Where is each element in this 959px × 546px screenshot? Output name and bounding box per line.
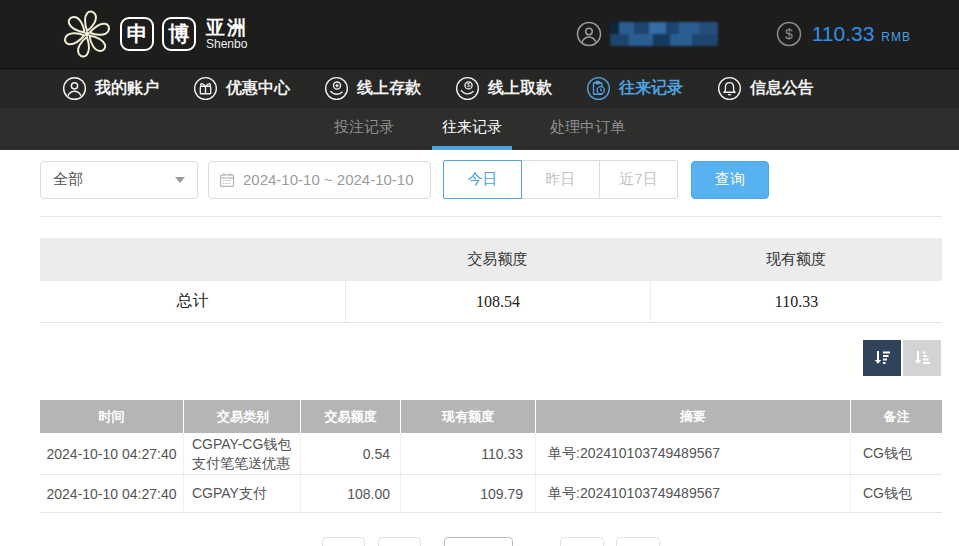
search-button[interactable]: 查询 [691,161,769,199]
records-table: 时间 交易类别 交易额度 现有额度 摘要 备注 2024-10-10 04:27… [40,400,942,513]
type-dropdown-value: 全部 [53,170,83,189]
cell-time: 2024-10-10 04:27:40 [40,433,183,474]
flower-logo-icon [62,6,112,62]
nav-item-announcements[interactable]: 信息公告 [717,76,814,101]
logo-char-shen: 申 [120,17,154,51]
nav-item-my-account[interactable]: 我的账户 [62,76,159,101]
cell-balance: 109.79 [400,475,535,512]
user-circle-icon [62,76,87,101]
summary-transaction-total: 108.54 [345,281,650,322]
cell-type: CGPAY-CG钱包支付笔笔送优惠 [183,433,300,474]
withdraw-hand-coin-icon: $ [455,76,480,101]
cell-type: CGPAY支付 [183,475,300,512]
pagination-current-button[interactable] [444,537,513,546]
cell-note: CG钱包 [850,475,942,512]
col-header-balance: 现有额度 [400,400,535,433]
site-logo[interactable]: 申 博 亚洲 Shenbo [62,6,248,62]
sort-ascending-icon [911,347,933,369]
svg-text:$: $ [785,26,793,42]
nav-label: 优惠中心 [226,78,290,99]
pagination-button[interactable] [560,537,604,546]
pagination-button[interactable] [378,537,421,546]
cell-amount: 108.00 [300,475,400,512]
balance-amount: 110.33 [812,22,875,46]
calendar-icon [219,172,235,188]
nav-label: 线上取款 [488,78,552,99]
nav-label: 我的账户 [95,78,159,99]
cell-amount: 0.54 [300,433,400,474]
blurred-username [610,22,718,46]
pagination-button[interactable] [616,537,660,546]
nav-item-deposit[interactable]: 线上存款 [324,76,421,101]
col-header-note: 备注 [850,400,942,433]
today-button[interactable]: 今日 [443,160,522,199]
summary-header-row: 交易额度 现有额度 [40,238,942,281]
col-header-amount: 交易额度 [300,400,400,433]
record-tabs: 投注记录 往来记录 处理中订单 [0,108,959,150]
date-range-value: 2024-10-10 ~ 2024-10-10 [243,171,414,188]
table-row: 2024-10-10 04:27:40 CGPAY-CG钱包支付笔笔送优惠 0.… [40,433,942,475]
sort-ascending-button[interactable] [903,340,941,376]
logo-text: 亚洲 Shenbo [206,18,248,51]
summary-table: 交易额度 现有额度 总计 108.54 110.33 [40,238,942,323]
balance-currency: RMB [881,30,911,44]
sort-descending-icon [871,347,893,369]
nav-item-transaction-records[interactable]: 往来记录 [586,76,683,101]
clipboard-clock-icon [586,76,611,101]
filter-toolbar: 全部 2024-10-10 ~ 2024-10-10 今日 昨日 近7日 查询 [40,160,959,199]
yesterday-button[interactable]: 昨日 [521,160,600,199]
last-7-days-button[interactable]: 近7日 [599,160,678,199]
type-dropdown[interactable]: 全部 [40,161,198,199]
col-header-summary: 摘要 [535,400,850,433]
svg-text:$: $ [467,82,471,88]
nav-item-withdraw[interactable]: $ 线上取款 [455,76,552,101]
nav-label: 线上存款 [357,78,421,99]
summary-total-row: 总计 108.54 110.33 [40,281,942,323]
col-header-type: 交易类别 [183,400,300,433]
summary-header-transaction: 交易额度 [345,250,650,269]
chevron-down-icon [175,177,185,183]
user-avatar-icon[interactable] [576,21,602,47]
quick-date-group: 今日 昨日 近7日 [443,160,678,199]
summary-balance-total: 110.33 [650,281,942,322]
nav-item-promotions[interactable]: 优惠中心 [193,76,290,101]
records-header-row: 时间 交易类别 交易额度 现有额度 摘要 备注 [40,400,942,433]
nav-label: 信息公告 [750,78,814,99]
cell-note: CG钱包 [850,433,942,474]
nav-label: 往来记录 [619,78,683,99]
logo-char-bo: 博 [162,17,196,51]
tab-bet-records[interactable]: 投注记录 [324,108,404,150]
col-header-time: 时间 [40,400,183,433]
cell-time: 2024-10-10 04:27:40 [40,475,183,512]
cell-balance: 110.33 [400,433,535,474]
logo-region-label: 亚洲 [206,18,248,38]
gift-icon [193,76,218,101]
cell-summary: 单号:202410103749489567 [535,433,850,474]
pagination-button[interactable] [322,537,365,546]
dollar-coin-icon: $ [776,21,802,47]
summary-total-label: 总计 [40,281,345,322]
deposit-hand-coin-icon [324,76,349,101]
main-navigation: 我的账户 优惠中心 线上存款 $ 线上取款 [0,68,959,108]
logo-subtitle: Shenbo [206,38,248,51]
sort-controls [0,340,941,376]
tab-transaction-records[interactable]: 往来记录 [432,108,512,150]
account-balance: 110.33 RMB [812,22,911,46]
cell-summary: 单号:202410103749489567 [535,475,850,512]
sort-descending-button[interactable] [863,340,901,376]
top-header-bar: 申 博 亚洲 Shenbo $ 110.33 RMB [0,0,959,68]
table-row: 2024-10-10 04:27:40 CGPAY支付 108.00 109.7… [40,475,942,513]
bell-icon [717,76,742,101]
section-divider [40,216,942,217]
date-range-input[interactable]: 2024-10-10 ~ 2024-10-10 [208,161,431,199]
summary-header-balance: 现有额度 [650,250,942,269]
tab-pending-orders[interactable]: 处理中订单 [540,108,635,150]
